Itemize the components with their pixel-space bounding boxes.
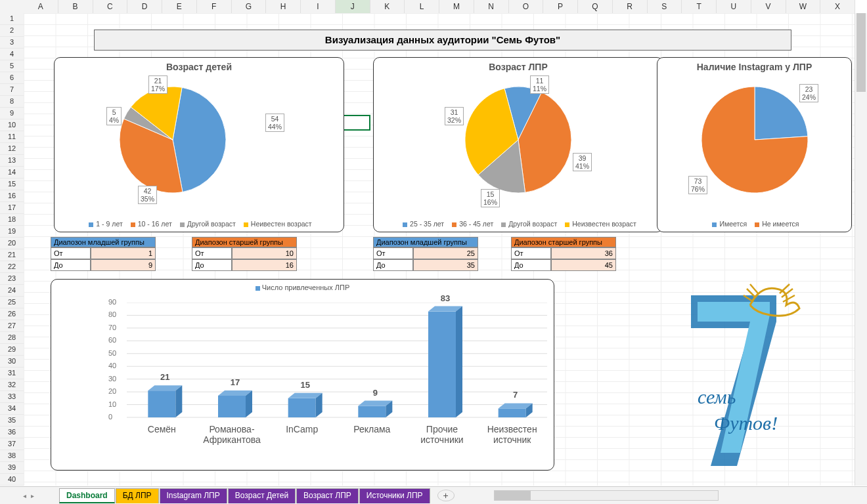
row-header-7[interactable]: 7 — [0, 84, 24, 96]
row-header-11[interactable]: 11 — [0, 131, 24, 143]
row-header-34[interactable]: 34 — [0, 403, 24, 415]
row-header-9[interactable]: 9 — [0, 108, 24, 119]
sheet-tab[interactable]: БД ЛПР — [116, 488, 159, 503]
y-tick: 30 — [108, 375, 116, 383]
y-tick: 50 — [108, 349, 116, 357]
col-header-C[interactable]: C — [93, 0, 128, 13]
row-header-19[interactable]: 19 — [0, 226, 24, 238]
col-header-J[interactable]: J — [336, 0, 370, 13]
row-header-3[interactable]: 3 — [0, 37, 24, 49]
col-header-B[interactable]: B — [58, 0, 93, 13]
col-header-I[interactable]: I — [301, 0, 336, 13]
col-header-Q[interactable]: Q — [578, 0, 613, 13]
vertical-scrollbar[interactable] — [855, 13, 867, 486]
range-lpr-old: Диапозон старшей группы От36 До45 — [511, 237, 616, 271]
y-tick: 20 — [108, 387, 116, 395]
row-header-15[interactable]: 15 — [0, 178, 24, 190]
row-header-4[interactable]: 4 — [0, 49, 24, 60]
row-headers[interactable]: 1234567891011121314151617181920212223242… — [0, 13, 24, 486]
chart-sources-bar: Число привлеченных ЛПР 01020304050607080… — [51, 279, 554, 471]
svg-rect-19 — [358, 406, 386, 418]
col-header-R[interactable]: R — [613, 0, 648, 13]
col-header-V[interactable]: V — [751, 0, 786, 13]
row-header-22[interactable]: 22 — [0, 261, 24, 273]
column-headers[interactable]: ABCDEFGHIJKLMNOPQRSTUVWX — [24, 0, 855, 14]
col-header-H[interactable]: H — [266, 0, 301, 13]
col-header-F[interactable]: F — [197, 0, 232, 13]
bar-category: Романова-Африкантова — [197, 424, 267, 445]
svg-rect-25 — [499, 408, 526, 417]
row-header-24[interactable]: 24 — [0, 285, 24, 297]
row-header-37[interactable]: 37 — [0, 438, 24, 450]
row-header-26[interactable]: 26 — [0, 308, 24, 320]
col-header-U[interactable]: U — [717, 0, 751, 13]
row-header-35[interactable]: 35 — [0, 415, 24, 427]
row-header-36[interactable]: 36 — [0, 427, 24, 438]
row-header-13[interactable]: 13 — [0, 155, 24, 167]
col-header-W[interactable]: W — [786, 0, 821, 13]
row-header-2[interactable]: 2 — [0, 25, 24, 37]
row-header-29[interactable]: 29 — [0, 344, 24, 356]
col-header-X[interactable]: X — [820, 0, 855, 13]
row-header-16[interactable]: 16 — [0, 190, 24, 202]
row-header-40[interactable]: 40 — [0, 474, 24, 486]
col-header-S[interactable]: S — [648, 0, 682, 13]
row-header-1[interactable]: 1 — [0, 13, 24, 25]
sheet-tab[interactable]: Instagram ЛПР — [160, 488, 227, 503]
horizontal-scrollbar[interactable] — [494, 490, 719, 501]
row-header-6[interactable]: 6 — [0, 72, 24, 84]
sheet-tab[interactable]: Возраст Детей — [228, 488, 296, 503]
row-header-10[interactable]: 10 — [0, 119, 24, 131]
y-tick: 40 — [108, 362, 116, 369]
spreadsheet-grid[interactable]: Визуализация данных аудитории "Семь Футо… — [24, 13, 855, 486]
bar-value: 15 — [285, 380, 326, 390]
row-header-12[interactable]: 12 — [0, 143, 24, 155]
svg-rect-10 — [148, 390, 175, 417]
logo-text-2: Футов! — [714, 412, 778, 434]
row-header-8[interactable]: 8 — [0, 96, 24, 108]
chart-title: Наличие Instagram у ЛПР — [657, 62, 851, 72]
sheet-tab[interactable]: Dashboard — [59, 488, 115, 503]
sheet-tab[interactable]: Возраст ЛПР — [296, 488, 359, 503]
row-header-20[interactable]: 20 — [0, 238, 24, 249]
col-header-O[interactable]: O — [509, 0, 544, 13]
row-header-17[interactable]: 17 — [0, 202, 24, 214]
col-header-L[interactable]: L — [405, 0, 439, 13]
row-header-30[interactable]: 30 — [0, 356, 24, 368]
select-all-corner[interactable] — [0, 0, 24, 14]
row-header-25[interactable]: 25 — [0, 297, 24, 308]
tab-nav-arrows[interactable]: ◂ ▸ — [23, 492, 59, 499]
bar-legend: Число привлеченных ЛПР — [51, 284, 554, 291]
col-header-G[interactable]: G — [232, 0, 267, 13]
seven-feet-logo: семь Футов! — [678, 276, 809, 466]
bar-category: Реклама — [337, 424, 407, 434]
bar-value: 17 — [215, 377, 256, 387]
row-header-23[interactable]: 23 — [0, 273, 24, 285]
row-header-31[interactable]: 31 — [0, 368, 24, 379]
col-header-A[interactable]: A — [24, 0, 58, 13]
row-header-33[interactable]: 33 — [0, 391, 24, 403]
row-header-27[interactable]: 27 — [0, 320, 24, 332]
row-header-18[interactable]: 18 — [0, 214, 24, 226]
row-header-21[interactable]: 21 — [0, 249, 24, 261]
row-header-32[interactable]: 32 — [0, 379, 24, 391]
row-header-5[interactable]: 5 — [0, 60, 24, 72]
sheet-tabs: ◂ ▸ DashboardБД ЛПРInstagram ЛПРВозраст … — [0, 486, 867, 504]
row-header-39[interactable]: 39 — [0, 462, 24, 474]
chart-legend: 1 - 9 лет10 - 16 летДругой возрастНеивес… — [55, 220, 344, 228]
row-header-14[interactable]: 14 — [0, 167, 24, 178]
row-header-38[interactable]: 38 — [0, 450, 24, 462]
col-header-D[interactable]: D — [127, 0, 162, 13]
range-lpr-young: Диапозон младшей группы От25 До35 — [373, 237, 478, 271]
col-header-T[interactable]: T — [682, 0, 717, 13]
col-header-N[interactable]: N — [474, 0, 509, 13]
sheet-tab[interactable]: Источники ЛПР — [359, 488, 430, 503]
col-header-E[interactable]: E — [162, 0, 197, 13]
add-sheet-button[interactable]: + — [437, 490, 455, 501]
bar-value: 83 — [425, 293, 466, 303]
row-header-28[interactable]: 28 — [0, 332, 24, 344]
logo-text-1: семь — [698, 386, 736, 408]
col-header-M[interactable]: M — [439, 0, 474, 13]
col-header-K[interactable]: K — [370, 0, 405, 13]
col-header-P[interactable]: P — [543, 0, 578, 13]
